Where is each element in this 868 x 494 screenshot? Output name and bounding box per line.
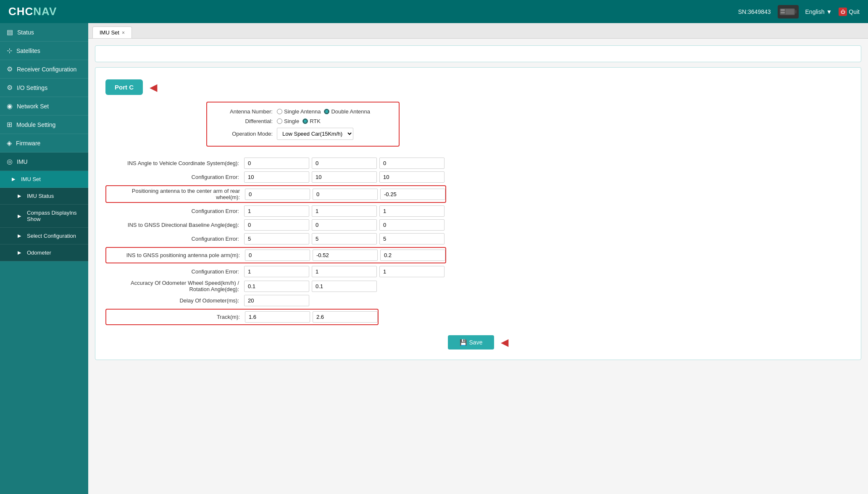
track-x-input[interactable]	[245, 311, 310, 323]
ins-angle-label: INS Angle to Vehicle Coordinate System(d…	[105, 160, 244, 166]
config-error-2-inputs	[244, 205, 445, 217]
sidebar-item-imu-set[interactable]: ▶ IMU Set	[0, 171, 88, 188]
ins-gnss-angle-row: INS to GNSS Directional Baseline Angle(d…	[105, 219, 851, 231]
sidebar-item-label: Firmware	[16, 140, 40, 147]
sidebar-item-io-settings[interactable]: ⚙ I/O Settings	[0, 79, 88, 97]
delay-odometer-label: Delay Of Odometer(ms):	[105, 297, 244, 304]
tab-imu-set[interactable]: IMU Set ×	[92, 26, 132, 38]
track-row-wrapper: Track(m):	[105, 309, 851, 325]
operation-mode-select[interactable]: Low Speed Car(15Km/h) High Speed Car UAV…	[277, 128, 353, 140]
pos-antenna-y-input[interactable]	[313, 189, 378, 200]
arrow-icon: ▶	[18, 193, 21, 199]
arrow-pointing-left: ◀	[150, 81, 157, 93]
sidebar-item-satellites[interactable]: ⊹ Satellites	[0, 42, 88, 60]
sidebar-item-status[interactable]: ▤ Status	[0, 23, 88, 42]
config-error-1-y-input[interactable]	[312, 171, 377, 183]
satellites-icon: ⊹	[7, 47, 12, 55]
sidebar-item-network-set[interactable]: ◉ Network Set	[0, 97, 88, 116]
pos-antenna-row-wrapper: Positioning antenna to the center arm of…	[105, 185, 851, 203]
odometer-accuracy-inputs	[244, 281, 377, 292]
config-error-4-x-input[interactable]	[244, 266, 309, 277]
differential-label: Differential:	[214, 118, 273, 124]
double-antenna-option[interactable]: Double Antenna	[324, 108, 370, 115]
ins-angle-x-input[interactable]	[244, 158, 309, 169]
quit-button[interactable]: ⏻ Quit	[839, 8, 860, 16]
sidebar-item-receiver-config[interactable]: ⚙ Receiver Configuration	[0, 60, 88, 79]
sidebar-item-label: I/O Settings	[17, 84, 47, 91]
save-button[interactable]: 💾 Save	[448, 335, 494, 349]
ins-gnss-angle-y-input[interactable]	[312, 219, 377, 231]
config-error-2-z-input[interactable]	[379, 205, 445, 217]
delay-odometer-input[interactable]	[244, 295, 309, 306]
pos-antenna-x-input[interactable]	[245, 189, 310, 200]
config-error-1-z-input[interactable]	[379, 171, 445, 183]
logo-nav: NAV	[33, 5, 57, 18]
arrow-icon: ▶	[18, 233, 21, 239]
track-y-input[interactable]	[313, 311, 378, 323]
sidebar-item-label: Satellites	[16, 47, 40, 54]
rtk-option[interactable]: RTK	[302, 118, 321, 124]
config-error-2-row: Configuration Error:	[105, 205, 851, 217]
config-error-2-y-input[interactable]	[312, 205, 377, 217]
config-error-2-x-input[interactable]	[244, 205, 309, 217]
sidebar-item-imu[interactable]: ◎ IMU	[0, 152, 88, 171]
rtk-radio[interactable]	[302, 118, 308, 124]
odometer-accuracy-y-input[interactable]	[312, 281, 377, 292]
port-c-button[interactable]: Port C	[105, 79, 143, 95]
sidebar-item-label: IMU Set	[21, 176, 41, 182]
single-diff-radio[interactable]	[277, 118, 282, 124]
arrow-icon: ▶	[18, 250, 21, 255]
ins-gnss-pole-row-wrapper: INS to GNSS positioning antenna pole arm…	[105, 247, 851, 263]
svg-rect-4	[786, 9, 794, 14]
quit-icon: ⏻	[839, 8, 847, 16]
ins-gnss-pole-y-input[interactable]	[313, 250, 378, 261]
sidebar-item-label: Network Set	[17, 103, 49, 110]
logo-chc: CHC	[8, 5, 33, 18]
single-diff-option[interactable]: Single	[277, 118, 299, 124]
pos-antenna-inputs	[245, 189, 445, 200]
differential-group: Single RTK	[277, 118, 321, 124]
config-error-4-y-input[interactable]	[312, 266, 377, 277]
receiver-config-icon: ⚙	[7, 65, 13, 73]
ins-gnss-angle-z-input[interactable]	[379, 219, 445, 231]
ins-angle-y-input[interactable]	[312, 158, 377, 169]
antenna-number-group: Single Antenna Double Antenna	[277, 108, 370, 115]
differential-row: Differential: Single RTK	[214, 118, 392, 124]
tab-close-icon[interactable]: ×	[122, 30, 125, 36]
save-icon: 💾	[460, 339, 467, 346]
ins-gnss-angle-x-input[interactable]	[244, 219, 309, 231]
single-antenna-option[interactable]: Single Antenna	[277, 108, 321, 115]
arrow-icon: ▶	[18, 213, 21, 219]
single-antenna-radio[interactable]	[277, 109, 282, 114]
odometer-accuracy-x-input[interactable]	[244, 281, 309, 292]
sidebar-item-module-setting[interactable]: ⊞ Module Setting	[0, 116, 88, 134]
sidebar-item-select-config[interactable]: ▶ Select Configuration	[0, 228, 88, 244]
ins-gnss-pole-red-box: INS to GNSS positioning antenna pole arm…	[105, 247, 446, 263]
double-antenna-radio[interactable]	[324, 109, 329, 114]
ins-gnss-pole-x-input[interactable]	[245, 250, 310, 261]
config-error-3-y-input[interactable]	[312, 233, 377, 244]
config-error-3-x-input[interactable]	[244, 233, 309, 244]
ins-angle-z-input[interactable]	[379, 158, 445, 169]
sidebar-item-label: Select Configuration	[27, 233, 76, 239]
ins-angle-row: INS Angle to Vehicle Coordinate System(d…	[105, 158, 851, 169]
pos-antenna-z-input[interactable]	[380, 189, 445, 200]
config-error-4-inputs	[244, 266, 445, 277]
save-arrow-icon: ◀	[501, 336, 508, 348]
tabs-bar: IMU Set ×	[88, 23, 868, 39]
ins-gnss-pole-inputs	[245, 250, 445, 261]
sidebar-item-label: Compass DisplayIns Show	[27, 210, 82, 222]
svg-rect-1	[795, 10, 797, 13]
ins-gnss-pole-z-input[interactable]	[380, 250, 445, 261]
sidebar-item-label: Odometer	[27, 250, 51, 256]
config-error-4-z-input[interactable]	[379, 266, 445, 277]
delay-odometer-row: Delay Of Odometer(ms):	[105, 295, 851, 306]
sidebar-item-imu-status[interactable]: ▶ IMU Status	[0, 188, 88, 205]
sidebar-item-firmware[interactable]: ◈ Firmware	[0, 134, 88, 152]
sidebar-item-compass-display[interactable]: ▶ Compass DisplayIns Show	[0, 205, 88, 228]
config-error-3-row: Configuration Error:	[105, 233, 851, 244]
config-error-1-x-input[interactable]	[244, 171, 309, 183]
config-error-3-z-input[interactable]	[379, 233, 445, 244]
language-button[interactable]: English ▼	[805, 8, 832, 15]
sidebar-item-odometer[interactable]: ▶ Odometer	[0, 244, 88, 261]
